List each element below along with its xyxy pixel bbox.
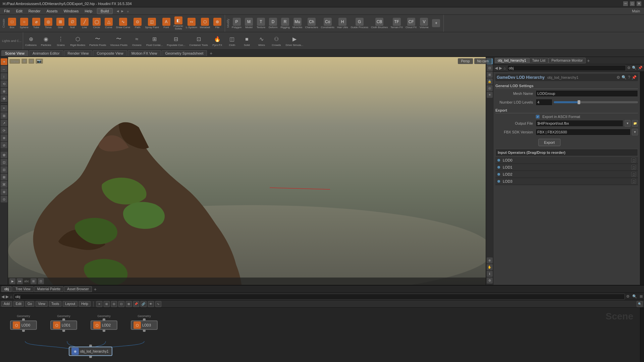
rpanel-path-input[interactable] (507, 65, 626, 71)
light-collisions[interactable]: ⊕ Collisions (23, 35, 39, 47)
sidebar-dash-icon[interactable]: ⊟ (1, 166, 7, 173)
bottom-expand-icon[interactable]: ⊞ (640, 294, 643, 299)
node-pin-icon[interactable]: 📌 (133, 301, 139, 307)
lod0-connector-bottom[interactable] (22, 330, 25, 332)
vp-lock-icon[interactable]: 🔒 (487, 78, 493, 84)
node-add-btn[interactable]: Add (1, 301, 12, 307)
vp-snap-icon[interactable]: ◎ (487, 85, 493, 91)
viewport[interactable]: View ⊕ ⊞ 📷 Persp No cam (8, 57, 493, 285)
persp-button[interactable]: Persp (458, 58, 473, 64)
menu-windows[interactable]: Windows (61, 8, 82, 14)
menu-assets[interactable]: Assets (44, 8, 60, 14)
op-lod0-btn[interactable]: ◫ (631, 158, 636, 163)
sidebar-handle-icon[interactable]: ⊕ (1, 88, 7, 95)
rpanel-back-btn[interactable]: ◀ (495, 66, 498, 70)
add-tab-button[interactable]: + (208, 50, 214, 57)
bottom-forward-btn[interactable]: ▶ (6, 294, 9, 299)
maximize-button[interactable]: □ (630, 1, 635, 6)
light-cloth[interactable]: ◫ Cloth (225, 35, 239, 47)
plugin-settings-icon[interactable]: ⚙ (616, 75, 620, 80)
shelf-deform[interactable]: D Deform (267, 17, 279, 29)
vp-render-icon[interactable]: ⊡ (38, 278, 44, 284)
rpanel-tab-take-list[interactable]: Take List (529, 58, 548, 63)
node-wire-icon[interactable]: ∿ (155, 301, 161, 307)
node-lod3[interactable]: Geometry ⬡ LOD3 (131, 314, 158, 332)
bottom-tab-obj[interactable]: obj (1, 286, 12, 292)
shelf-model[interactable]: M Model (243, 17, 255, 29)
shelf-polygon[interactable]: P Polygon (230, 17, 243, 29)
vp-expand-icon[interactable]: ⊞ (31, 278, 37, 284)
node-go-btn[interactable]: Go (25, 301, 34, 307)
shelf-cloth-brushes[interactable]: CB Cloth Brushes (370, 17, 389, 29)
node-lod0[interactable]: Geometry ⬡ LOD0 (10, 314, 37, 332)
node-tools-btn[interactable]: Tools (49, 301, 61, 307)
tab-scene-view[interactable]: Scene View (1, 50, 28, 56)
fbx-sdk-input[interactable] (536, 129, 631, 135)
snap-icon[interactable]: ⊞ (29, 59, 34, 64)
op-lod2-row[interactable]: LOD2 ◫ (495, 171, 638, 178)
node-edit-btn[interactable]: Edit (13, 301, 24, 307)
node-lod-hierarchy[interactable]: ⊕ obj_lod_hierarchy1 (69, 345, 112, 358)
sidebar-gear-icon[interactable]: ⌘ (1, 181, 7, 188)
node-grid-icon[interactable]: ⊞ (104, 301, 110, 307)
ascii-checkbox[interactable]: ✓ (536, 115, 540, 119)
sidebar-scale-icon[interactable]: ⟲ (1, 80, 7, 87)
transform-icon[interactable]: ⊕ (21, 59, 27, 64)
light-grains[interactable]: ⋮ Grains (53, 35, 68, 47)
node-link-icon[interactable]: 🔗 (141, 301, 147, 307)
sidebar-flower-icon[interactable]: ✿ (1, 152, 7, 158)
shelf-draw-curve[interactable]: ∿ Draw Curve (115, 17, 131, 29)
light-oceans[interactable]: ≈ Oceans (129, 35, 144, 47)
tab-geometry-spreadsheet[interactable]: Geometry Spreadsheet (162, 50, 207, 56)
rpanel-search-icon[interactable]: 🔍 (632, 66, 637, 70)
sidebar-bullseye-icon[interactable]: ⊙ (1, 196, 7, 202)
shelf-guide-process[interactable]: G Guide Process (349, 17, 369, 29)
light-wires[interactable]: ∿ Wires (254, 35, 269, 47)
shelf-volume[interactable]: V Volume (418, 17, 430, 29)
output-file-input[interactable] (536, 120, 623, 127)
op-lod0-row[interactable]: LOD0 ◫ (495, 157, 638, 164)
bottom-gear-icon[interactable]: ⚙ (626, 294, 630, 299)
vp-step-icon[interactable]: ⏭ (17, 278, 23, 284)
shelf-muscles[interactable]: Mu Muscles (291, 17, 304, 29)
rpanel-home-btn[interactable]: ⌂ (503, 66, 506, 70)
menu-file[interactable]: File (1, 8, 13, 14)
sidebar-polygon-icon[interactable]: ⊞ (1, 112, 7, 119)
sidebar-repeat-icon[interactable]: ⟳ (1, 127, 7, 134)
op-lod3-btn[interactable]: ◫ (631, 179, 636, 184)
shelf-lsystem[interactable]: ∾ L-System (184, 17, 199, 29)
lod0-box[interactable]: ⬡ LOD0 (10, 320, 37, 330)
num-lod-input[interactable] (536, 99, 552, 106)
tab-animation-editor[interactable]: Animation Editor (29, 50, 63, 56)
node-lod1[interactable]: Geometry ⬡ LOD1 (50, 314, 77, 332)
shelf-curve[interactable]: △ Curve (103, 17, 115, 29)
node-expand-icon[interactable]: ⊠ (126, 301, 132, 307)
shelf-circle[interactable]: ◯ Circle (91, 17, 103, 29)
sidebar-edit-icon[interactable]: ⌖ (1, 105, 7, 112)
light-pyro-fx[interactable]: 🔥 Pyro FX (210, 35, 225, 47)
light-rigid-bodies[interactable]: ⬡ Rigid Bodies (68, 35, 87, 47)
menu-render[interactable]: Render (26, 8, 43, 14)
vp-settings-icon[interactable]: ⚙ (487, 278, 493, 284)
lod2-box[interactable]: ⬡ LOD2 (91, 320, 117, 330)
output-file-browse[interactable]: 📁 (632, 120, 638, 127)
light-populate-container[interactable]: ⊟ Populate Con... (165, 35, 187, 47)
node-zoom-icon[interactable]: 🔍 (637, 301, 643, 307)
shelf-metaball[interactable]: ⬡ Metaball (199, 17, 211, 29)
lod-hier-connector-bottom[interactable] (89, 356, 92, 358)
vp-play-icon[interactable]: ▶ (9, 278, 15, 284)
bottom-home-btn[interactable]: ⌂ (10, 295, 12, 299)
node-lod2[interactable]: Geometry ⬡ LOD2 (91, 314, 117, 332)
light-particle-fluids[interactable]: 〜 Particle Fluids (87, 35, 108, 47)
vp-pan-icon[interactable]: ✋ (487, 264, 493, 270)
rpanel-forward-btn[interactable]: ▶ (499, 66, 502, 70)
sidebar-asterisk-icon[interactable]: ⊛ (1, 188, 7, 195)
fbx-sdk-dropdown[interactable]: ▼ (632, 129, 638, 135)
shelf-constraints[interactable]: Co Constraints (320, 17, 336, 29)
bottom-tab-material[interactable]: Material Palette (34, 286, 63, 292)
node-view-btn[interactable]: View (36, 301, 48, 307)
shelf-platonic-solids[interactable]: ◧ PlatonicSolids (172, 16, 184, 31)
rpanel-pin-icon[interactable]: 📌 (638, 66, 643, 70)
sidebar-x-icon[interactable]: ⊗ (1, 134, 7, 141)
lod3-box[interactable]: ⬡ LOD3 (131, 320, 158, 330)
